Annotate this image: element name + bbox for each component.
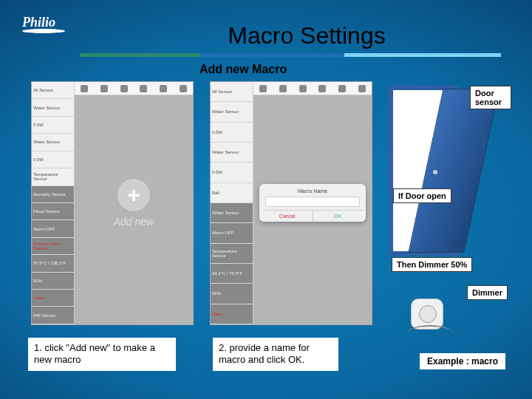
list-item[interactable]: Water Sensor xyxy=(32,99,74,116)
example-label: Example : macro xyxy=(420,353,505,369)
dimmer-label: Dimmer xyxy=(467,285,508,300)
tab-icon[interactable] xyxy=(160,85,167,92)
list-item[interactable]: 0.0W xyxy=(32,151,74,168)
screenshot-name-dialog: All Sensor Water Sensor 0.0W Water Senso… xyxy=(210,81,372,325)
tab-bar xyxy=(75,82,193,95)
door-sensor-label: Door sensor xyxy=(470,86,511,109)
list-item[interactable]: Ball xyxy=(211,183,253,203)
dimmer-plug-icon xyxy=(408,299,448,337)
tab-icon[interactable] xyxy=(279,85,287,92)
dialog-title: Macro Name xyxy=(262,188,363,194)
device-sidebar: All Sensor Water Sensor 0.0W Water Senso… xyxy=(32,82,75,324)
list-item[interactable]: All Sensor xyxy=(32,82,74,99)
add-new-label: Add new xyxy=(114,216,154,228)
list-item[interactable]: 51% xyxy=(32,273,74,290)
tab-icon[interactable] xyxy=(358,85,366,92)
tab-icon[interactable] xyxy=(259,85,267,92)
list-item[interactable]: Water Sensor xyxy=(32,134,74,151)
tab-icon[interactable] xyxy=(100,85,108,92)
if-condition-label: If Door open xyxy=(393,188,451,203)
title-underline xyxy=(80,53,501,57)
tab-icon[interactable] xyxy=(299,85,307,92)
tab-icon[interactable] xyxy=(338,85,346,92)
tab-icon[interactable] xyxy=(318,85,326,92)
list-item[interactable]: 0.0W xyxy=(211,163,253,183)
list-item[interactable]: Open xyxy=(32,290,74,307)
brand-logo: Philio xyxy=(22,15,65,33)
list-item[interactable]: 0.0W xyxy=(211,123,253,143)
add-new-panel: + Add new xyxy=(75,82,193,324)
list-item[interactable]: Flood Sensor xyxy=(32,203,74,220)
screenshot-add-new: All Sensor Water Sensor 0.0W Water Senso… xyxy=(31,81,194,325)
door-knob-icon xyxy=(433,170,437,174)
list-item[interactable]: Temperature Sensor xyxy=(32,168,74,185)
list-item[interactable]: Temperature Sensor xyxy=(211,244,253,264)
list-item[interactable]: Water Sensor xyxy=(211,143,253,163)
ok-button[interactable]: OK xyxy=(313,211,364,222)
list-item[interactable]: Tamper Alarm Present xyxy=(32,238,74,255)
list-item[interactable]: Water Sensor xyxy=(211,102,253,122)
list-item[interactable]: 56% xyxy=(211,284,253,304)
caption-step-2: 2. provide a name for macro and click OK… xyxy=(213,338,338,371)
list-item[interactable]: Water Sensor xyxy=(211,203,253,223)
cancel-button[interactable]: Cancel xyxy=(262,211,313,222)
list-item[interactable]: Open xyxy=(211,304,253,324)
page-subtitle: Add new Macro xyxy=(200,63,287,76)
tab-bar xyxy=(253,82,372,95)
page-title: Macro Settings xyxy=(126,22,488,50)
list-item[interactable]: All Sensor xyxy=(211,82,253,102)
list-item[interactable]: 57.9°C / 136.2°F xyxy=(32,255,74,272)
then-action-label: Then Dimmer 50% xyxy=(392,257,472,272)
name-dialog-panel: Macro Name Cancel OK xyxy=(253,82,372,324)
device-sidebar: All Sensor Water Sensor 0.0W Water Senso… xyxy=(211,82,253,324)
caption-step-1: 1. click "Add new" to make a new macro xyxy=(28,338,176,371)
macro-name-input[interactable] xyxy=(265,197,360,207)
tab-icon[interactable] xyxy=(120,85,128,92)
list-item[interactable]: 0.0W xyxy=(32,117,74,134)
list-item[interactable]: Humidity Sensor xyxy=(32,186,74,203)
tab-icon[interactable] xyxy=(180,85,187,92)
tab-icon[interactable] xyxy=(140,85,147,92)
tab-icon[interactable] xyxy=(81,85,88,92)
macro-name-dialog: Macro Name Cancel OK xyxy=(259,184,366,222)
list-item[interactable]: Alarm OFF xyxy=(211,223,253,243)
list-item[interactable]: PIR Sensor xyxy=(32,307,74,324)
list-item[interactable]: Alarm OFF xyxy=(32,220,74,237)
add-new-button[interactable]: + xyxy=(117,179,150,211)
list-item[interactable]: 24.2°C / 75.5°F xyxy=(211,264,253,284)
